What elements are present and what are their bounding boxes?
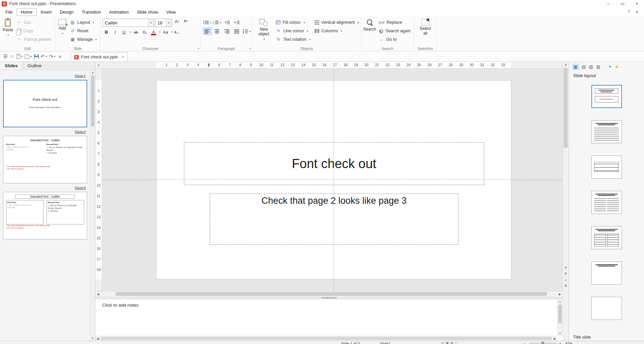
menu-transition[interactable]: Transition bbox=[78, 8, 105, 16]
strikethrough-button[interactable]: ab bbox=[132, 28, 140, 36]
notes-v-scrollbar-thumb[interactable] bbox=[558, 305, 562, 323]
italic-button[interactable]: I bbox=[111, 28, 119, 36]
notes-scroll-right-icon[interactable]: ▶ bbox=[552, 336, 557, 341]
minimize-button[interactable]: – bbox=[601, 0, 615, 7]
fill-colour-button[interactable]: Fill colour ▾ bbox=[274, 19, 312, 26]
font-family-select[interactable]: Calibri ▾ bbox=[102, 19, 154, 27]
underline-button[interactable]: U bbox=[120, 28, 128, 36]
change-case-dropdown-icon[interactable]: ▾ bbox=[171, 31, 172, 34]
reading-view-icon[interactable]: ▢ bbox=[455, 341, 458, 344]
cut-button[interactable]: ✂ Cut bbox=[15, 19, 53, 26]
document-tab[interactable]: S Font check out.pptx × bbox=[71, 52, 128, 61]
slide-thumbnail[interactable]: Font check outCheck that page 2 looks li… bbox=[3, 80, 87, 127]
slide-sorter-view-icon[interactable]: ▦ bbox=[446, 341, 449, 344]
background-panel-icon[interactable]: ▥ bbox=[596, 64, 600, 69]
reset-button[interactable]: ↺ Reset bbox=[69, 27, 98, 35]
horizontal-guide[interactable] bbox=[102, 180, 563, 180]
layout-option-section[interactable] bbox=[591, 156, 622, 179]
tab-outline[interactable]: Outline bbox=[23, 62, 46, 70]
bullets-button[interactable]: ▾ bbox=[203, 19, 212, 26]
layout-option-blank[interactable] bbox=[591, 297, 622, 320]
maximize-button[interactable]: ▭ bbox=[615, 0, 630, 7]
fill-colour-dropdown-icon[interactable]: ▾ bbox=[303, 21, 305, 24]
line-colour-dropdown-icon[interactable]: ▾ bbox=[307, 30, 308, 33]
slide-thumbnail[interactable]: Standard font - CalibriFirst font• This … bbox=[3, 192, 87, 239]
slides-panel-scrollbar[interactable]: ▲ ▼ bbox=[90, 70, 95, 341]
canvas-scroll-up-icon[interactable]: ▲ bbox=[563, 62, 569, 67]
zoom-slider-handle[interactable] bbox=[542, 342, 544, 344]
canvas-scroll-right-icon[interactable]: ▶ bbox=[557, 291, 563, 297]
align-center-button[interactable] bbox=[213, 28, 222, 35]
menu-design[interactable]: Design bbox=[56, 8, 77, 16]
slides-scroll-down-icon[interactable]: ▼ bbox=[90, 336, 95, 341]
favourites-panel-icon[interactable]: ★ bbox=[615, 64, 619, 69]
zoom-level[interactable]: 82% bbox=[565, 342, 573, 344]
bullets-dropdown-icon[interactable]: ▾ bbox=[210, 21, 211, 24]
new-document-button[interactable]: ▾ bbox=[16, 52, 24, 60]
slide-thumbnail[interactable]: Standard font - CalibriFirst font• This … bbox=[3, 136, 87, 183]
paste-dropdown-icon[interactable]: ▾ bbox=[7, 34, 9, 37]
underline-dropdown-icon[interactable]: ▾ bbox=[130, 31, 131, 34]
undo-dropdown-icon[interactable]: ▾ bbox=[46, 55, 47, 58]
subtitle-placeholder[interactable]: Check that page 2 looks like page 3 bbox=[210, 194, 458, 245]
layout-button[interactable]: ▤ Layout ▾ bbox=[69, 19, 98, 26]
search-button[interactable]: Search bbox=[363, 18, 376, 46]
align-right-button[interactable] bbox=[223, 28, 231, 35]
new-object-button[interactable]: New object ▾ bbox=[254, 18, 273, 46]
close-button[interactable]: × bbox=[630, 0, 644, 7]
menu-insert[interactable]: Insert bbox=[37, 8, 56, 16]
undo-button[interactable]: ↶ ▾ bbox=[40, 52, 48, 60]
add-slide-button[interactable]: Add ▾ bbox=[57, 18, 67, 46]
document-tab-close-icon[interactable]: × bbox=[122, 55, 124, 59]
vertical-alignment-dropdown-icon[interactable]: ▾ bbox=[358, 21, 359, 24]
previous-slide-button[interactable]: ⇈ bbox=[563, 271, 569, 276]
notes-scroll-up-icon[interactable]: ▲ bbox=[557, 299, 563, 304]
paste-button[interactable]: Paste ▾ bbox=[2, 18, 14, 46]
increase-indent-button[interactable] bbox=[232, 19, 241, 26]
zoom-in-icon[interactable]: + bbox=[559, 342, 561, 344]
manage-button[interactable]: ▦ Manage ▾ bbox=[69, 36, 98, 43]
change-case-button[interactable]: Aa bbox=[162, 28, 169, 36]
menu-slide-show[interactable]: Slide show bbox=[133, 8, 162, 16]
normal-view-icon[interactable]: ▭ bbox=[441, 341, 444, 344]
canvas-h-scrollbar-thumb[interactable] bbox=[116, 292, 547, 296]
layout-option-two-content[interactable] bbox=[591, 191, 622, 214]
next-slide-button[interactable]: ⇊ bbox=[563, 283, 569, 288]
font-size-dropdown-icon[interactable]: ▾ bbox=[166, 19, 172, 26]
notes-splitter[interactable] bbox=[95, 296, 563, 299]
effects-panel-icon[interactable]: ✦ bbox=[608, 64, 612, 69]
align-left-button[interactable] bbox=[203, 28, 212, 35]
menu-view[interactable]: View bbox=[162, 8, 180, 16]
new-object-dropdown-icon[interactable]: ▾ bbox=[263, 38, 265, 41]
layout-dropdown-icon[interactable]: ▾ bbox=[93, 21, 94, 24]
layout-option-title-content[interactable] bbox=[591, 120, 622, 143]
zoom-slider[interactable] bbox=[529, 343, 556, 344]
colour-scheme-panel-icon[interactable]: ▧ bbox=[589, 64, 593, 69]
tab-slides[interactable]: Slides bbox=[0, 62, 23, 70]
notes-scroll-down-icon[interactable]: ▼ bbox=[557, 331, 563, 336]
redo-dropdown-icon[interactable]: ▾ bbox=[54, 55, 56, 58]
canvas-scroll-down-icon[interactable]: ▼ bbox=[563, 265, 569, 270]
decrease-indent-button[interactable] bbox=[223, 19, 231, 26]
canvas-v-scrollbar[interactable]: ▲ ▼ ⇈ ▭ ⇊ bbox=[563, 62, 569, 341]
save-button[interactable] bbox=[33, 52, 40, 60]
search-again-button[interactable]: Search again bbox=[377, 27, 412, 35]
add-slide-dropdown-icon[interactable]: ▾ bbox=[62, 32, 63, 35]
help-icon[interactable]: ? bbox=[628, 10, 630, 14]
layout-option-title[interactable] bbox=[591, 85, 622, 108]
canvas-v-scrollbar-thumb[interactable] bbox=[564, 68, 568, 148]
format-painter-button[interactable]: ✎ Format painter bbox=[15, 36, 53, 43]
layout-option-title-only[interactable] bbox=[591, 261, 622, 285]
columns-button[interactable]: Columns ▾ bbox=[313, 27, 359, 35]
replace-button[interactable]: a+b Replace bbox=[377, 19, 412, 26]
font-size-select[interactable]: 18 ▾ bbox=[155, 19, 172, 27]
font-colour-button[interactable]: A bbox=[150, 28, 157, 36]
justify-button[interactable] bbox=[232, 28, 241, 35]
redo-button[interactable]: ↷ ▾ bbox=[48, 52, 57, 60]
manage-dropdown-icon[interactable]: ▾ bbox=[95, 38, 97, 41]
slide-design-panel-icon[interactable]: ▤ bbox=[582, 64, 586, 69]
slide-layout-panel-icon[interactable]: ▦ bbox=[572, 64, 579, 70]
vertical-alignment-button[interactable]: Vertical alignment ▾ bbox=[313, 19, 359, 26]
toolbar-overflow-button[interactable]: » bbox=[57, 52, 63, 60]
text-rotation-dropdown-icon[interactable]: ▾ bbox=[309, 38, 310, 41]
